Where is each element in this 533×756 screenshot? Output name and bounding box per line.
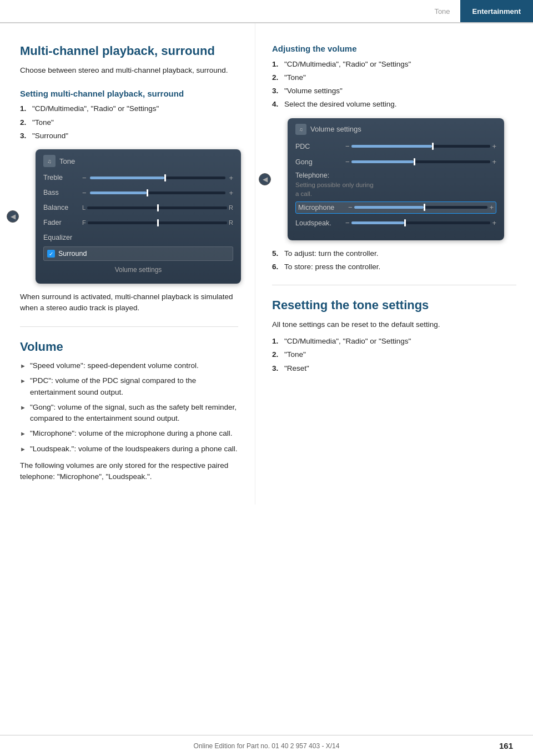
- treble-plus: +: [229, 174, 233, 182]
- section-divider-resetting: [272, 285, 516, 285]
- balance-label: Balance: [43, 204, 82, 211]
- adj-step-text-6: To store: press the controller.: [284, 261, 380, 273]
- volume-bullet-speed: ► "Speed volume": speed-dependent volume…: [20, 360, 238, 371]
- adj-step-text-4: Select the desired volume setting.: [284, 99, 397, 110]
- setting-step-3: 3. "Surround": [20, 130, 238, 142]
- adj-step-num-4: 4.: [272, 99, 284, 110]
- reset-step-text-3: "Reset": [284, 363, 309, 374]
- setting-subtitle: Setting multi-channel playback, surround: [20, 88, 238, 99]
- bass-bar-container: − +: [82, 189, 233, 197]
- gong-indicator: [414, 158, 415, 165]
- vol-settings-icon: ♫: [295, 124, 306, 135]
- adjusting-step-4: 4. Select the desired volume setting.: [272, 99, 516, 110]
- fader-right-label: R: [229, 219, 233, 226]
- volume-bullet-gong: ► "Gong": volume of the signal, such as …: [20, 402, 238, 425]
- adj-step-num-2: 2.: [272, 72, 284, 83]
- microphone-bar-track: [354, 206, 488, 209]
- bullet-text-3: "Gong": volume of the signal, such as th…: [30, 402, 238, 425]
- bass-bar-center: [147, 189, 148, 196]
- pdc-bar-track: [351, 145, 491, 148]
- tone-row-bass: Bass − +: [43, 187, 233, 199]
- adjusting-step-6: 6. To store: press the controller.: [272, 261, 516, 273]
- volume-settings-menu-label: Volume settings: [43, 266, 233, 274]
- bass-label: Bass: [43, 189, 82, 196]
- balance-right-label: R: [229, 204, 233, 211]
- page-footer: Online Edition for Part no. 01 40 2 957 …: [0, 735, 533, 756]
- adj-step-num-1: 1.: [272, 59, 284, 70]
- volume-bullet-pdc: ► "PDC": volume of the PDC signal compar…: [20, 375, 238, 398]
- bullet-arrow-1: ►: [20, 361, 30, 371]
- tone-menu-wrapper: ◀ ♫ Tone Treble − +: [20, 149, 238, 284]
- bass-minus: −: [82, 189, 87, 197]
- volume-footer-text: The following volumes are only stored fo…: [20, 460, 238, 483]
- balance-left-label: L: [82, 204, 86, 211]
- header-entertainment-label: Entertainment: [460, 0, 533, 22]
- adjusting-steps: 1. "CD/Multimedia", "Radio" or "Settings…: [272, 59, 516, 110]
- adjusting-step-2: 2. "Tone": [272, 72, 516, 83]
- tone-row-surround: ✓ Surround: [43, 246, 233, 261]
- bullet-text-5: "Loudspeak.": volume of the loudspeakers…: [30, 443, 238, 455]
- setting-step-2: 2. "Tone": [20, 117, 238, 128]
- telephone-section: Telephone: Setting possible only duringa…: [295, 172, 496, 198]
- vol-settings-wrapper: ◀ ♫ Volume settings PDC − +: [272, 118, 516, 240]
- pdc-minus: −: [345, 142, 350, 150]
- tone-row-balance: Balance L R: [43, 201, 233, 214]
- bass-plus: +: [229, 189, 233, 197]
- adj-step-text-2: "Tone": [284, 72, 306, 83]
- tone-row-treble: Treble − +: [43, 172, 233, 184]
- tone-menu-title: Tone: [59, 157, 75, 165]
- section-divider-volume: [20, 326, 238, 327]
- fader-label: Fader: [43, 219, 82, 226]
- page-number: 161: [499, 741, 513, 750]
- left-column: Multi-channel playback, surround Choose …: [0, 23, 255, 505]
- vol-row-loudspeak: Loudspeak. − +: [295, 217, 496, 229]
- loudspeak-minus: −: [345, 219, 350, 227]
- resetting-step-2: 2. "Tone": [272, 349, 516, 360]
- gong-bar-track: [351, 160, 491, 163]
- setting-step-1: 1. "CD/Multimedia", "Radio" or "Settings…: [20, 103, 238, 114]
- step-num-2: 2.: [20, 117, 32, 128]
- bullet-arrow-3: ►: [20, 403, 30, 412]
- adj-step-num-5: 5.: [272, 248, 284, 259]
- adjusting-title: Adjusting the volume: [272, 43, 516, 54]
- bass-bar-track: [90, 191, 226, 194]
- volume-bullet-loudspeak: ► "Loudspeak.": volume of the loudspeake…: [20, 443, 238, 455]
- page-header: Tone Entertainment: [0, 0, 533, 23]
- pdc-plus: +: [492, 142, 496, 150]
- bass-bar-fill: [90, 191, 147, 194]
- pdc-bar-fill: [351, 145, 432, 148]
- intro-text: Choose between stereo and multi-channel …: [20, 65, 238, 76]
- step-num-1: 1.: [20, 103, 32, 114]
- bullet-arrow-2: ►: [20, 376, 30, 386]
- right-column: Adjusting the volume 1. "CD/Multimedia",…: [255, 23, 533, 505]
- volume-bullets: ► "Speed volume": speed-dependent volume…: [20, 360, 238, 455]
- treble-minus: −: [82, 174, 87, 182]
- loudspeak-bar-fill: [351, 221, 404, 224]
- adjusting-step-5: 5. To adjust: turn the controller.: [272, 248, 516, 259]
- gong-minus: −: [345, 158, 350, 166]
- setting-steps: 1. "CD/Multimedia", "Radio" or "Settings…: [20, 103, 238, 142]
- step-num-3: 3.: [20, 130, 32, 142]
- treble-bar-fill: [90, 177, 165, 179]
- resetting-step-1: 1. "CD/Multimedia", "Radio" or "Settings…: [272, 336, 516, 347]
- vol-row-gong: Gong − +: [295, 156, 496, 168]
- fader-indicator: [157, 219, 159, 226]
- volume-section-title: Volume: [20, 339, 238, 355]
- bullet-text-1: "Speed volume": speed-dependent volume c…: [30, 360, 199, 371]
- vol-row-pdc: PDC − +: [295, 140, 496, 153]
- bullet-text-2: "PDC": volume of the PDC signal compared…: [30, 375, 238, 398]
- adj-step-num-6: 6.: [272, 261, 284, 273]
- resetting-step-3: 3. "Reset": [272, 363, 516, 374]
- bullet-text-4: "Microphone": volume of the microphone d…: [30, 428, 233, 439]
- step-text-2: "Tone": [32, 117, 54, 128]
- adjusting-steps-56: 5. To adjust: turn the controller. 6. To…: [272, 248, 516, 273]
- tone-row-fader: Fader F R: [43, 216, 233, 229]
- tone-nav-arrow-left: ◀: [7, 210, 19, 223]
- telephone-subtext: Setting possible only duringa call.: [295, 180, 496, 198]
- surround-label: Surround: [58, 250, 87, 258]
- microphone-bar-fill: [354, 206, 424, 209]
- reset-step-text-2: "Tone": [284, 349, 306, 360]
- vol-nav-arrow-left: ◀: [259, 173, 271, 185]
- adj-step-text-5: To adjust: turn the controller.: [284, 248, 379, 259]
- adj-step-num-3: 3.: [272, 85, 284, 97]
